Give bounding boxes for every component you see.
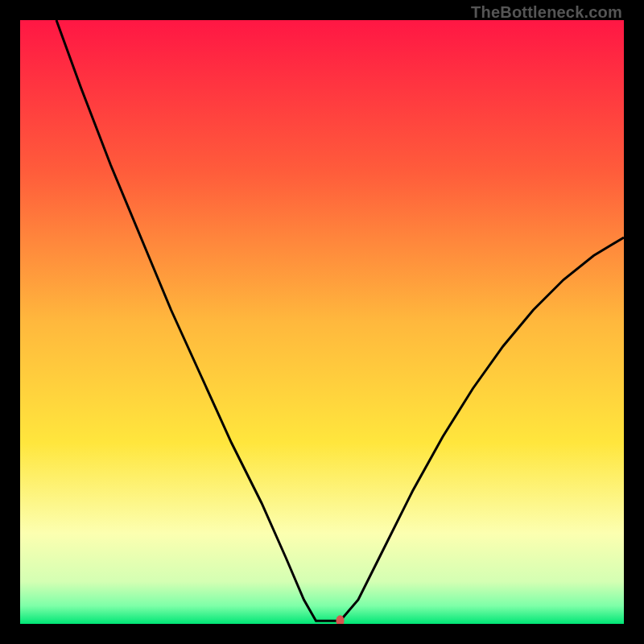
chart-plot-area <box>20 20 624 624</box>
chart-background <box>20 20 624 624</box>
watermark-text: TheBottleneck.com <box>471 3 622 22</box>
chart-svg <box>20 20 624 624</box>
